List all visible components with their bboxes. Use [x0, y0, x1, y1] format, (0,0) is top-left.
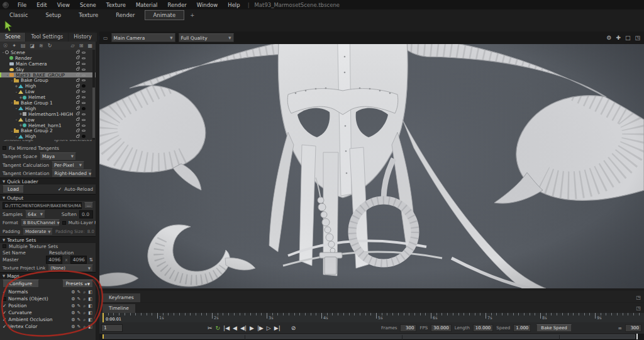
tree-row-helmet_horn1[interactable]: +Helmet_horn1	[0, 123, 96, 128]
add-turntable-icon[interactable]: ↻	[48, 43, 52, 48]
map-edit-icon[interactable]: ✎	[76, 290, 82, 295]
lock-icon[interactable]	[76, 101, 79, 104]
duplicate-icon[interactable]: ⊞	[79, 43, 84, 48]
map-settings-icon[interactable]: ⚙	[70, 317, 76, 322]
texture-sets-header[interactable]: ▼ Texture Sets	[0, 236, 96, 243]
presets-button[interactable]: Presets ≡▼	[62, 280, 93, 288]
add-camera-icon[interactable]: ☉	[3, 43, 8, 48]
map-paint-icon[interactable]: ◧	[87, 290, 93, 295]
tree-row-low[interactable]: -Low	[0, 117, 96, 123]
tree-scrollbar[interactable]	[92, 50, 95, 140]
add-light-icon[interactable]: ✦	[12, 43, 16, 48]
panel-tab-scene[interactable]: Scene	[0, 33, 25, 42]
map-paint-icon[interactable]: ◧	[87, 324, 93, 329]
fps-field[interactable]: 30.000	[431, 324, 452, 332]
menu-texture[interactable]: Texture	[101, 2, 131, 8]
add-fog-icon[interactable]: ≋	[39, 43, 43, 48]
panel-tab-tool-settings[interactable]: Tool Settings	[26, 33, 68, 42]
output-path-field[interactable]: D:/TTTC/MENTORSHIP/BAKEMESH/MAT	[3, 202, 82, 209]
map-paint-icon[interactable]: ◧	[87, 303, 93, 309]
browse-button[interactable]: ...	[84, 202, 93, 208]
resolution-stepper[interactable]: ⇅	[89, 257, 93, 263]
lock-icon[interactable]	[76, 107, 79, 110]
timeline-tab[interactable]: Timeline	[103, 304, 135, 313]
loop-button[interactable]: ↻	[216, 325, 221, 331]
visibility-icon[interactable]	[82, 52, 86, 54]
delete-icon[interactable]: ▦	[87, 43, 92, 48]
menu-help[interactable]: Help	[223, 2, 245, 8]
workspace-tab-texture[interactable]: Texture	[70, 11, 106, 20]
tree-row-high[interactable]: -High	[0, 133, 96, 139]
visibility-icon[interactable]	[82, 135, 86, 138]
tangent-space-dropdown[interactable]: Maya▼	[40, 152, 76, 161]
lock-icon[interactable]	[76, 51, 79, 54]
map-settings-icon[interactable]: ⚙	[70, 297, 76, 302]
add-folder-icon[interactable]: ▱	[71, 43, 75, 48]
lock-icon[interactable]	[76, 135, 79, 138]
play-button[interactable]: ▶	[250, 325, 254, 331]
map-edit-icon[interactable]: ✎	[76, 317, 82, 322]
popout-icon[interactable]: ◳	[636, 305, 641, 311]
map-preview-icon[interactable]: ⌕	[82, 303, 87, 309]
visibility-icon[interactable]	[82, 113, 86, 115]
map-edit-icon[interactable]: ✎	[76, 324, 82, 329]
visibility-icon[interactable]	[82, 91, 86, 93]
workspace-tab-setup[interactable]: Setup	[37, 11, 69, 20]
step-back-button[interactable]: ◀|	[240, 325, 247, 331]
tree-row-scene[interactable]: -Scene	[0, 50, 96, 55]
loop-end-field[interactable]: 300	[625, 324, 641, 332]
lock-icon[interactable]	[76, 124, 79, 127]
map-paint-icon[interactable]: ◧	[87, 310, 93, 315]
lock-icon[interactable]	[76, 85, 79, 88]
lock-icon[interactable]	[76, 91, 79, 93]
map-settings-icon[interactable]: ⚙	[70, 290, 76, 295]
dock-icon[interactable]: ✚	[616, 35, 621, 41]
map-checkbox[interactable]: ✓	[3, 289, 6, 295]
tangent-calc-dropdown[interactable]: Per-Pixel▼	[52, 161, 84, 169]
lock-icon[interactable]	[76, 79, 79, 82]
add-workspace-tab-button[interactable]: +	[186, 11, 199, 20]
bake-speed-button[interactable]: Bake Speed	[536, 324, 571, 332]
format-dropdown[interactable]: 8 Bits/Channel▼	[21, 219, 60, 227]
map-paint-icon[interactable]: ◧	[87, 317, 93, 322]
visibility-icon[interactable]	[82, 63, 86, 65]
add-shadow-catcher-icon[interactable]: ◪	[30, 43, 35, 48]
resolution-width-field[interactable]: 4096	[46, 256, 62, 264]
maximize-icon[interactable]: □	[625, 35, 631, 41]
map-settings-icon[interactable]: ⚙	[70, 303, 76, 309]
map-preview-icon[interactable]: ⌕	[82, 290, 87, 295]
step-forward-button[interactable]: |▶	[257, 325, 264, 331]
scrollbar-thumb[interactable]	[103, 334, 635, 339]
workspace-tab-render[interactable]: Render	[108, 11, 143, 20]
lock-icon[interactable]	[76, 68, 79, 71]
visibility-icon[interactable]	[82, 107, 86, 110]
lock-icon[interactable]	[76, 96, 79, 99]
timeline-scrollbar[interactable]	[99, 334, 644, 340]
map-checkbox[interactable]: ✓	[3, 324, 6, 329]
visibility-icon[interactable]	[82, 96, 86, 98]
multiple-texture-sets-checkbox[interactable]	[3, 244, 6, 248]
padding-dropdown[interactable]: Moderate▼	[23, 228, 53, 235]
visibility-icon[interactable]	[82, 57, 86, 59]
lock-icon[interactable]	[76, 118, 79, 121]
visibility-icon[interactable]	[82, 84, 86, 88]
texture-project-link-dropdown[interactable]: (None)▼	[48, 264, 93, 272]
tree-row-mat93_bake_group[interactable]: -Mat93_BAKE_GROUP	[0, 72, 96, 78]
map-paint-icon[interactable]: ◧	[87, 297, 93, 302]
add-backdrop-icon[interactable]: ▤	[21, 43, 26, 48]
menu-material[interactable]: Material	[131, 2, 163, 8]
auto-reload-check-icon[interactable]: ✓	[58, 186, 62, 192]
menu-file[interactable]: File	[13, 2, 31, 8]
popout-icon[interactable]: ◳	[635, 35, 640, 41]
tree-row-high[interactable]: -High	[0, 106, 96, 111]
map-preview-icon[interactable]: ⌕	[82, 297, 87, 302]
map-checkbox[interactable]: ✓	[3, 317, 6, 322]
current-frame-field[interactable]: 1	[101, 324, 123, 332]
tree-row-sky[interactable]: Sky	[0, 67, 96, 72]
tree-row-bake-group-1[interactable]: -Bake Group 1	[0, 100, 96, 106]
map-checkbox[interactable]	[3, 297, 6, 301]
tree-row-high[interactable]: +High	[0, 83, 96, 89]
tangent-orient-dropdown[interactable]: Right-Handed▼	[52, 169, 92, 178]
length-field[interactable]: 10.000	[473, 324, 494, 332]
menu-scene[interactable]: Scene	[75, 2, 101, 8]
